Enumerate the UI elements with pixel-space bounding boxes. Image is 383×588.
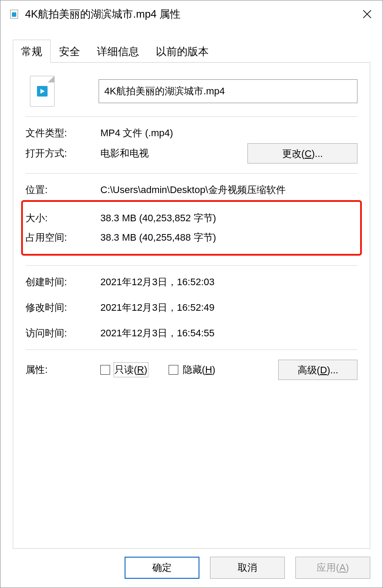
tab-security[interactable]: 安全	[51, 40, 88, 63]
row-accessed: 访问时间: 2021年12月3日，16:54:55	[26, 327, 357, 340]
label-opens-with: 打开方式:	[26, 147, 100, 160]
file-icon	[9, 9, 19, 19]
label-modified: 修改时间:	[26, 301, 100, 314]
separator	[26, 173, 357, 174]
apply-button[interactable]: 应用(A)	[295, 557, 370, 579]
label-attributes: 属性:	[26, 363, 100, 376]
value-size-on-disk: 38.3 MB (40,255,488 字节)	[100, 231, 357, 244]
file-type-icon	[30, 76, 55, 107]
cancel-button[interactable]: 取消	[210, 557, 285, 579]
label-size-on-disk: 占用空间:	[26, 231, 100, 244]
value-modified: 2021年12月3日，16:52:49	[100, 301, 357, 314]
value-size: 38.3 MB (40,253,852 字节)	[100, 212, 357, 225]
titlebar: 4K航拍美丽的湖滨城市.mp4 属性	[0, 0, 383, 28]
filename-input[interactable]	[99, 79, 357, 103]
tab-panel-general: 文件类型: MP4 文件 (.mp4) 打开方式: 电影和电视 更改(C)...…	[13, 62, 370, 549]
close-icon	[363, 10, 372, 19]
change-button[interactable]: 更改(C)...	[247, 143, 357, 164]
play-icon	[37, 86, 48, 97]
value-opens-with: 电影和电视	[100, 147, 149, 160]
ok-button[interactable]: 确定	[125, 557, 199, 579]
label-accessed: 访问时间:	[26, 327, 100, 340]
checkbox-box-icon	[169, 365, 178, 375]
row-attributes: 属性: 只读(R) 隐藏(H) 高级(D)...	[26, 360, 357, 380]
tabs-row: 常规 安全 详细信息 以前的版本	[13, 40, 370, 62]
row-modified: 修改时间: 2021年12月3日，16:52:49	[26, 301, 357, 314]
separator	[26, 265, 357, 266]
row-size: 大小: 38.3 MB (40,253,852 字节)	[26, 212, 357, 225]
tab-previous-versions[interactable]: 以前的版本	[147, 40, 217, 63]
dialog-button-bar: 确定 取消 应用(A)	[0, 549, 383, 588]
close-button[interactable]	[355, 4, 379, 24]
row-file-type: 文件类型: MP4 文件 (.mp4)	[26, 127, 357, 140]
checkbox-box-icon	[100, 365, 110, 375]
label-location: 位置:	[26, 183, 100, 197]
tabs-area: 常规 安全 详细信息 以前的版本 文件类型: MP4 文件 (.mp4) 打开	[0, 28, 383, 549]
value-accessed: 2021年12月3日，16:54:55	[100, 327, 357, 340]
properties-dialog: 4K航拍美丽的湖滨城市.mp4 属性 常规 安全 详细信息 以前的版本	[0, 0, 383, 588]
separator	[26, 116, 357, 117]
checkbox-hidden[interactable]: 隐藏(H)	[169, 363, 216, 376]
value-location: C:\Users\admin\Desktop\金舟视频压缩软件	[100, 183, 357, 197]
row-opens-with: 打开方式: 电影和电视 更改(C)...	[26, 143, 357, 164]
row-size-on-disk: 占用空间: 38.3 MB (40,255,488 字节)	[26, 231, 357, 244]
row-created: 创建时间: 2021年12月3日，16:52:03	[26, 275, 357, 289]
label-file-type: 文件类型:	[26, 127, 100, 140]
size-highlight: 大小: 38.3 MB (40,253,852 字节) 占用空间: 38.3 M…	[21, 200, 362, 256]
label-size: 大小:	[26, 212, 100, 225]
window-title: 4K航拍美丽的湖滨城市.mp4 属性	[25, 7, 355, 21]
label-created: 创建时间:	[26, 275, 100, 289]
tab-details[interactable]: 详细信息	[88, 40, 147, 63]
separator	[26, 350, 357, 350]
row-location: 位置: C:\Users\admin\Desktop\金舟视频压缩软件	[26, 183, 357, 197]
advanced-button[interactable]: 高级(D)...	[278, 360, 357, 380]
value-file-type: MP4 文件 (.mp4)	[100, 127, 357, 140]
value-created: 2021年12月3日，16:52:03	[100, 275, 357, 289]
checkbox-readonly[interactable]: 只读(R)	[100, 363, 147, 376]
tab-general[interactable]: 常规	[13, 40, 51, 63]
filename-row	[26, 76, 357, 107]
